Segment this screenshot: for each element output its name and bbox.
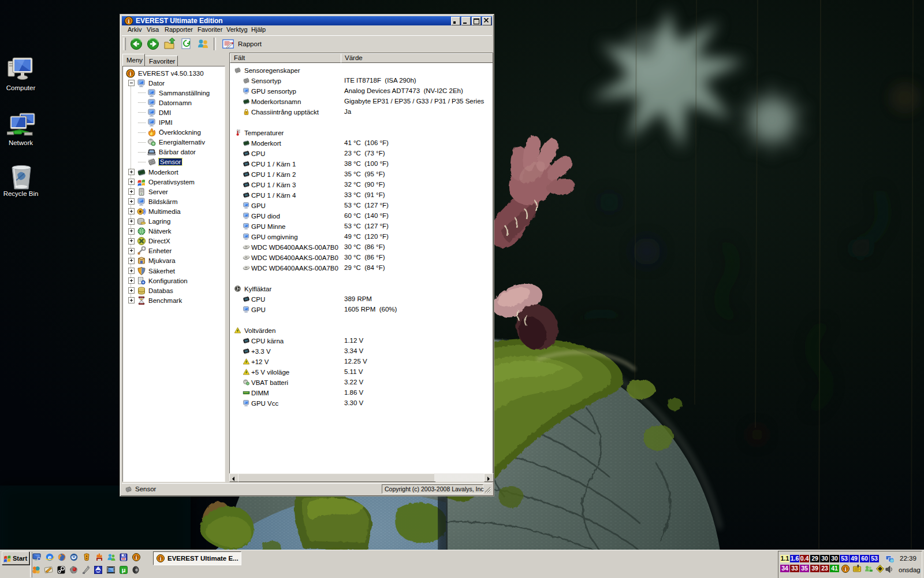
svg-text:i: i — [136, 555, 137, 561]
svg-text:i: i — [128, 18, 130, 24]
svg-text:μ: μ — [122, 566, 126, 573]
svg-text:i: i — [160, 556, 162, 562]
svg-text:i: i — [845, 566, 847, 572]
svg-text:i: i — [130, 70, 132, 76]
